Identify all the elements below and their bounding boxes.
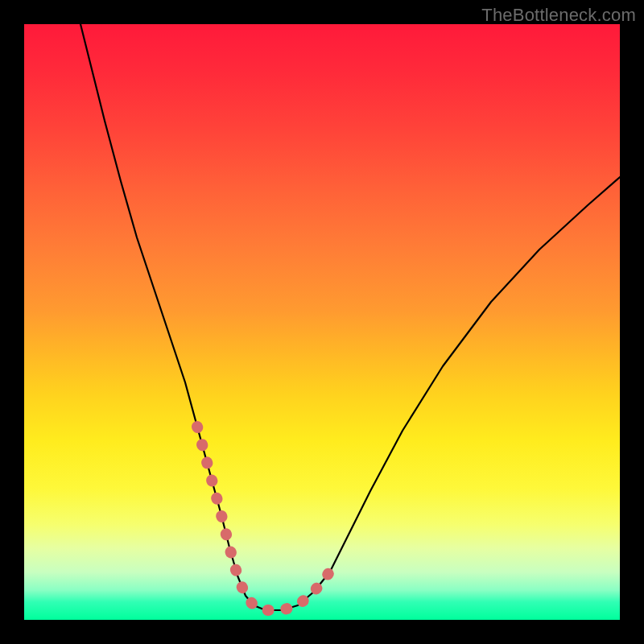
gradient-plot-area: [24, 24, 620, 620]
highlight-segment: [197, 427, 330, 610]
bottleneck-chart: [24, 24, 620, 620]
watermark-text: TheBottleneck.com: [481, 5, 636, 26]
bottleneck-curve: [80, 24, 620, 610]
